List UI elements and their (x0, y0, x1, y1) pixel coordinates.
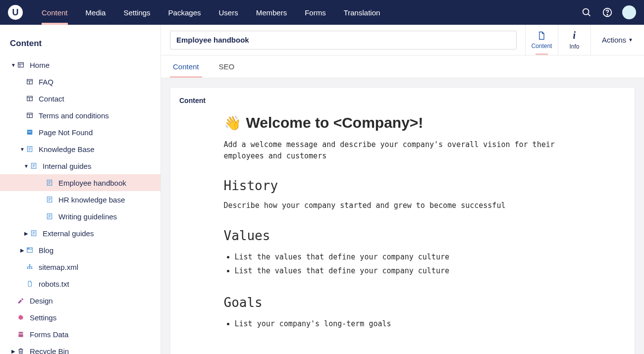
tool-tab-label: Content (531, 43, 552, 50)
svg-rect-17 (28, 132, 32, 132)
nav-settings[interactable]: Settings (114, 0, 159, 25)
svg-point-45 (29, 248, 29, 249)
home-icon (17, 61, 25, 68)
tree-label: robots.txt (39, 280, 69, 288)
tree-node-contact[interactable]: Contact (0, 90, 161, 107)
editor-area: Content 👋Welcome to <Company>! Add a wel… (161, 78, 644, 354)
tab-seo[interactable]: SEO (216, 55, 238, 78)
tree-node-employee-handbook[interactable]: Employee handbook (0, 174, 161, 191)
blog-icon (26, 247, 34, 253)
caret-down-icon[interactable]: ▼ (23, 163, 30, 169)
logo-icon[interactable]: U (8, 5, 23, 20)
content-panel: Content 👋Welcome to <Company>! Add a wel… (170, 87, 635, 354)
tree-label: Page Not Found (39, 128, 93, 137)
caret-down-icon[interactable]: ▼ (19, 147, 26, 152)
nav-forms[interactable]: Forms (296, 0, 335, 25)
svg-rect-46 (29, 264, 30, 265)
tree-label: External guides (43, 229, 94, 238)
tool-tab-label: Info (569, 43, 579, 50)
list-item: List the values that define your company… (235, 264, 571, 278)
caret-right-icon[interactable]: ▶ (10, 349, 17, 354)
list-item: List the values that define your company… (235, 250, 571, 264)
tree-label: FAQ (39, 78, 54, 86)
svg-point-3 (607, 14, 607, 15)
paragraph: Describe how your company started and gr… (224, 200, 571, 211)
tree-node-recycle-bin[interactable]: ▶Recycle Bin (0, 343, 161, 354)
heading-values: Values (224, 228, 571, 243)
info-app-tab[interactable]: i Info (558, 25, 590, 55)
nav-members[interactable]: Members (247, 0, 296, 25)
nav-users[interactable]: Users (210, 0, 247, 25)
gear-icon (17, 314, 25, 321)
heading-history: History (224, 178, 571, 193)
sidebar-title: Content (0, 25, 161, 56)
list-item: List your company's long-term goals (235, 317, 571, 331)
doc-icon (46, 196, 54, 203)
tree-label: HR knowledge base (58, 196, 125, 204)
property-group-label: Content (179, 97, 615, 104)
layout-icon (26, 95, 34, 102)
nav-media[interactable]: Media (77, 0, 115, 25)
rich-text-editor[interactable]: 👋Welcome to <Company>! Add a welcome mes… (224, 114, 571, 331)
caret-right-icon[interactable]: ▶ (23, 231, 30, 236)
top-nav: ContentMediaSettingsPackagesUsersMembers… (33, 0, 389, 25)
tree-node-external-guides[interactable]: ▶External guides (0, 225, 161, 242)
caret-down-icon[interactable]: ▼ (10, 62, 17, 68)
tree-node-hr-knowledge-base[interactable]: HR knowledge base (0, 191, 161, 208)
svg-rect-7 (27, 79, 33, 84)
top-bar: U ContentMediaSettingsPackagesUsersMembe… (0, 0, 644, 25)
tree-label: Settings (30, 313, 56, 322)
actions-button[interactable]: Actions ▼ (590, 25, 644, 55)
heading-welcome: 👋Welcome to <Company>! (224, 114, 571, 131)
search-icon[interactable] (581, 6, 592, 18)
tree-label: Knowledge Base (39, 145, 95, 153)
tree-label: Design (30, 297, 53, 305)
user-avatar[interactable] (622, 5, 636, 19)
tree-node-blog[interactable]: ▶Blog (0, 242, 161, 258)
tree-node-home[interactable]: ▼Home (0, 56, 161, 73)
layout-icon (26, 112, 34, 119)
tree-label: Employee handbook (58, 179, 126, 187)
tree-label: Internal guides (43, 162, 91, 170)
tree-label: Terms and conditions (39, 111, 109, 120)
caret-down-icon: ▼ (628, 37, 633, 43)
nav-translation[interactable]: Translation (335, 0, 389, 25)
svg-rect-4 (18, 62, 24, 67)
svg-rect-10 (27, 96, 33, 101)
svg-rect-13 (27, 113, 33, 117)
tab-content[interactable]: Content (170, 55, 202, 78)
svg-rect-49 (31, 268, 32, 269)
sidebar: Content ▼HomeFAQContactTerms and conditi… (0, 25, 161, 354)
tree-node-writing-guidelines[interactable]: Writing guidelines (0, 208, 161, 225)
tree-node-robots-txt[interactable]: robots.txt (0, 275, 161, 292)
trash-icon (17, 348, 25, 354)
tree-node-faq[interactable]: FAQ (0, 73, 161, 90)
nav-packages[interactable]: Packages (160, 0, 210, 25)
tree-label: Writing guidelines (58, 212, 117, 221)
layout-icon (26, 78, 34, 85)
wave-emoji-icon: 👋 (224, 115, 241, 131)
document-name-input[interactable] (170, 31, 517, 50)
nav-content[interactable]: Content (33, 0, 77, 25)
tree-node-page-not-found[interactable]: Page Not Found (0, 124, 161, 141)
content-app-tab[interactable]: Content (525, 25, 558, 55)
caret-right-icon[interactable]: ▶ (19, 248, 26, 253)
tree-node-sitemap-xml[interactable]: sitemap.xml (0, 258, 161, 275)
content-area: Content i Info Actions ▼ ContentSEO Cont… (161, 25, 644, 354)
tree-node-settings[interactable]: Settings (0, 309, 161, 326)
tree-node-forms-data[interactable]: Forms Data (0, 326, 161, 343)
tree-node-design[interactable]: Design (0, 292, 161, 309)
tree-node-internal-guides[interactable]: ▼Internal guides (0, 157, 161, 174)
design-icon (17, 297, 25, 304)
doc-icon (26, 146, 34, 152)
svg-rect-48 (29, 268, 30, 269)
header-row: Content i Info Actions ▼ (161, 25, 644, 55)
help-icon[interactable] (601, 6, 613, 18)
doc-icon (30, 162, 38, 169)
tree-node-knowledge-base[interactable]: ▼Knowledge Base (0, 141, 161, 157)
doc-icon (46, 213, 54, 220)
svg-line-1 (588, 14, 590, 16)
heading-goals: Goals (224, 295, 571, 310)
tree-node-terms-and-conditions[interactable]: Terms and conditions (0, 107, 161, 124)
pagenotfound-icon (26, 129, 34, 136)
